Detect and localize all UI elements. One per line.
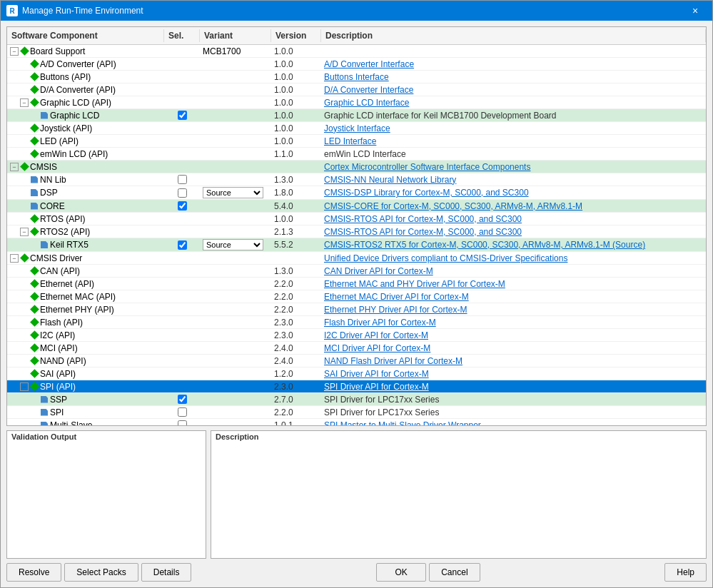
component-name: D/A Converter (API) [40, 85, 116, 95]
table-row[interactable]: Flash (API)2.3.0Flash Driver API for Cor… [7, 316, 706, 329]
desc-link[interactable]: Ethernet PHY Driver API for Cortex-M [324, 305, 467, 315]
component-checkbox[interactable] [178, 201, 187, 211]
version-cell [271, 166, 321, 168]
desc-link[interactable]: CMSIS-RTOS2 RTX5 for Cortex-M, SC000, SC… [324, 240, 645, 250]
table-row[interactable]: RTOS (API)1.0.0CMSIS-RTOS API for Cortex… [7, 213, 706, 225]
variant-select[interactable]: Source [203, 239, 263, 250]
variant-cell [200, 258, 271, 259]
desc-link[interactable]: A/D Converter Interface [324, 59, 414, 69]
component-checkbox[interactable] [178, 111, 187, 120]
close-button[interactable]: × [684, 4, 707, 18]
desc-link[interactable]: D/A Converter Interface [324, 85, 413, 95]
component-checkbox[interactable] [178, 420, 187, 425]
app-icon: R [6, 5, 18, 16]
table-row[interactable]: Ethernet MAC (API)2.2.0Ethernet MAC Driv… [7, 290, 706, 303]
btn-group-center: OK Cancel [376, 563, 480, 582]
desc-link[interactable]: Joystick Interface [324, 123, 390, 133]
expand-icon[interactable] [20, 382, 29, 391]
select-packs-button[interactable]: Select Packs [64, 563, 138, 582]
ok-button[interactable]: OK [376, 563, 426, 582]
desc-link[interactable]: CAN Driver API for Cortex-M [324, 266, 433, 276]
table-row[interactable]: A/D Converter (API)1.0.0A/D Converter In… [7, 58, 706, 71]
component-checkbox[interactable] [178, 407, 187, 417]
help-button[interactable]: Help [664, 563, 707, 582]
component-checkbox[interactable] [178, 188, 187, 198]
validation-label: Validation Output [7, 431, 206, 442]
doc-icon [40, 421, 49, 426]
desc-link[interactable]: Buttons Interface [324, 72, 389, 82]
diamond-icon [30, 73, 39, 81]
desc-link[interactable]: CMSIS-NN Neural Network Library [324, 175, 456, 185]
table-row[interactable]: CMSIS DriverUnified Device Drivers compl… [7, 252, 706, 265]
table-body[interactable]: Board SupportMCB17001.0.0A/D Converter (… [7, 45, 706, 425]
desc-link[interactable]: I2C Driver API for Cortex-M [324, 330, 428, 340]
table-row[interactable]: I2C (API)2.3.0I2C Driver API for Cortex-… [7, 329, 706, 342]
component-checkbox[interactable] [178, 240, 187, 250]
desc-link[interactable]: CMSIS-RTOS API for Cortex-M, SC000, and … [324, 227, 522, 237]
component-name: DSP [40, 188, 58, 198]
component-checkbox[interactable] [178, 175, 187, 184]
desc-link[interactable]: Flash Driver API for Cortex-M [324, 318, 436, 328]
version-cell: 5.5.2 [271, 239, 321, 250]
details-button[interactable]: Details [141, 563, 192, 582]
version-cell: 1.0.0 [271, 71, 321, 83]
description-panel: Description [211, 430, 707, 559]
desc-link[interactable]: Ethernet MAC Driver API for Cortex-M [324, 292, 469, 302]
component-name: SAI (API) [40, 369, 76, 379]
table-row[interactable]: Ethernet (API)2.2.0Ethernet MAC and PHY … [7, 278, 706, 290]
btn-group-left: Resolve Select Packs Details [6, 563, 191, 582]
table-row[interactable]: NN Lib1.3.0CMSIS-NN Neural Network Libra… [7, 173, 706, 186]
table-row[interactable]: Multi-Slave1.0.1SPI Master to Multi-Slav… [7, 419, 706, 425]
desc-link[interactable]: NAND Flash Driver API for Cortex-M [324, 356, 462, 366]
sel-cell [164, 89, 200, 91]
table-row[interactable]: LED (API)1.0.0LED Interface [7, 135, 706, 148]
tree-table: Software Component Sel. Variant Version … [6, 26, 707, 426]
table-row[interactable]: SSP2.7.0SPI Driver for LPC17xx Series [7, 393, 706, 406]
desc-link[interactable]: LED Interface [324, 136, 376, 146]
table-row[interactable]: CORE5.4.0CMSIS-CORE for Cortex-M, SC000,… [7, 200, 706, 213]
cancel-button[interactable]: Cancel [429, 563, 480, 582]
table-row[interactable]: Joystick (API)1.0.0Joystick Interface [7, 122, 706, 135]
desc-link[interactable]: SPI Master to Multi-Slave Driver Wrapper [324, 420, 481, 426]
table-row[interactable]: Buttons (API)1.0.0Buttons Interface [7, 71, 706, 83]
table-row[interactable]: NAND (API)2.4.0NAND Flash Driver API for… [7, 355, 706, 368]
table-row[interactable]: MCI (API)2.4.0MCI Driver API for Cortex-… [7, 342, 706, 355]
component-name: NN Lib [40, 175, 66, 185]
table-row[interactable]: D/A Converter (API)1.0.0D/A Converter In… [7, 83, 706, 96]
table-row[interactable]: CMSISCortex Microcontroller Software Int… [7, 161, 706, 173]
desc-link[interactable]: CMSIS-CORE for Cortex-M, SC000, SC300, A… [324, 201, 582, 211]
desc-link[interactable]: Graphic LCD Interface [324, 98, 409, 108]
table-row[interactable]: emWin LCD (API)1.1.0emWin LCD Interface [7, 148, 706, 161]
desc-link[interactable]: MCI Driver API for Cortex-M [324, 343, 430, 353]
table-row[interactable]: Graphic LCD1.0.0Graphic LCD interface fo… [7, 109, 706, 122]
desc-link[interactable]: SPI Driver API for Cortex-M [324, 382, 429, 392]
resolve-button[interactable]: Resolve [6, 563, 61, 582]
desc-link[interactable]: Ethernet MAC and PHY Driver API for Cort… [324, 279, 505, 289]
table-row[interactable]: RTOS2 (API)2.1.3CMSIS-RTOS API for Corte… [7, 225, 706, 238]
diamond-icon [20, 254, 29, 263]
variant-select[interactable]: Source [203, 187, 263, 198]
table-row[interactable]: Board SupportMCB17001.0.0 [7, 45, 706, 58]
table-row[interactable]: Keil RTX5Source5.5.2CMSIS-RTOS2 RTX5 for… [7, 238, 706, 252]
component-checkbox[interactable] [178, 395, 187, 404]
table-row[interactable]: DSPSource1.8.0CMSIS-DSP Library for Cort… [7, 186, 706, 200]
name-cell: DSP [7, 187, 164, 198]
desc-link[interactable]: CMSIS-DSP Library for Cortex-M, SC000, a… [324, 188, 529, 198]
name-cell: Multi-Slave [7, 420, 164, 426]
expand-icon[interactable] [20, 98, 29, 107]
desc-link[interactable]: SAI Driver API for Cortex-M [324, 369, 429, 379]
table-row[interactable]: SPI (API)2.3.0SPI Driver API for Cortex-… [7, 380, 706, 393]
table-row[interactable]: Ethernet PHY (API)2.2.0Ethernet PHY Driv… [7, 303, 706, 316]
window-title: Manage Run-Time Environment [22, 6, 143, 16]
expand-icon[interactable] [20, 228, 29, 236]
desc-link[interactable]: CMSIS-RTOS API for Cortex-M, SC000, and … [324, 214, 522, 224]
desc-link[interactable]: Cortex Microcontroller Software Interfac… [324, 162, 530, 172]
expand-icon[interactable] [10, 254, 19, 263]
table-row[interactable]: CAN (API)1.3.0CAN Driver API for Cortex-… [7, 265, 706, 278]
expand-icon[interactable] [10, 163, 19, 171]
desc-link[interactable]: Unified Device Drivers compliant to CMSI… [324, 253, 567, 263]
expand-icon[interactable] [10, 47, 19, 56]
table-row[interactable]: SAI (API)1.2.0SAI Driver API for Cortex-… [7, 368, 706, 380]
table-row[interactable]: Graphic LCD (API)1.0.0Graphic LCD Interf… [7, 96, 706, 109]
table-row[interactable]: SPI2.2.0SPI Driver for LPC17xx Series [7, 406, 706, 419]
